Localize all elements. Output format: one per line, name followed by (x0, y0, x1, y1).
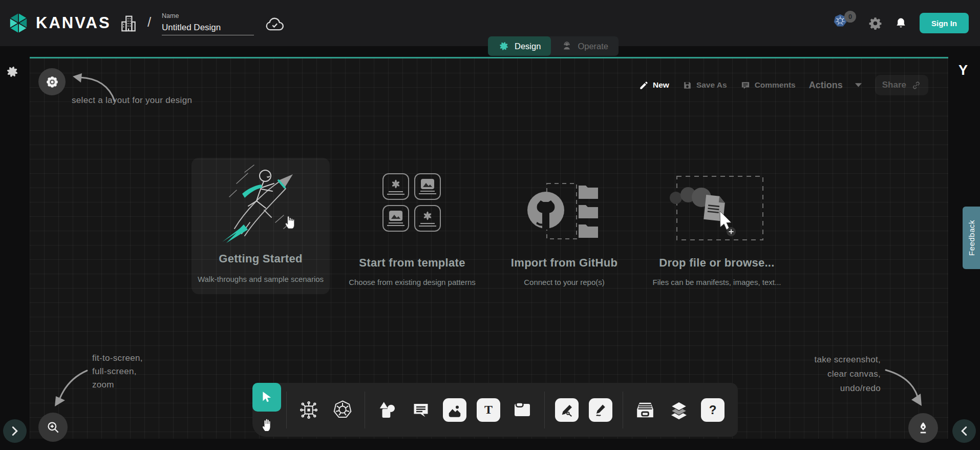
card-title: Start from template (343, 256, 481, 270)
card-subtitle: Connect to your repo(s) (495, 278, 633, 287)
actions-label: Actions (809, 80, 843, 91)
canvas-toolbar: T ? (252, 383, 738, 437)
hint-line: take screenshot, (773, 353, 881, 367)
comment-tool-button[interactable] (409, 398, 433, 422)
sign-in-button[interactable]: Sign In (920, 13, 969, 33)
select-arrow-icon (260, 391, 273, 404)
operate-headset-icon (561, 40, 572, 52)
y-shortcut-icon[interactable]: Y (958, 63, 968, 78)
pen-tool-button[interactable] (555, 398, 579, 422)
template-tile-spiral (414, 205, 441, 232)
expand-right-panel-button[interactable] (952, 419, 976, 443)
text-tool-glyph: T (484, 403, 493, 417)
notifications-bell-icon[interactable] (894, 16, 907, 30)
select-tool-group (252, 383, 281, 437)
magnifier-plus-icon (46, 420, 60, 434)
breadcrumb-separator: / (147, 14, 151, 30)
pan-tool-button[interactable] (252, 412, 281, 437)
card-subtitle: Choose from existing design patterns (343, 278, 481, 287)
design-name-label: Name (162, 12, 254, 19)
help-button[interactable]: ? (701, 398, 725, 422)
kanvas-hexagon-icon (7, 12, 30, 34)
template-tile-image (382, 205, 409, 232)
chevron-right-icon (11, 426, 18, 436)
comments-label: Comments (755, 80, 796, 90)
save-as-label: Save As (696, 80, 727, 90)
template-tile-image (414, 173, 441, 200)
cloud-sync-status-icon (265, 16, 285, 32)
share-label: Share (882, 80, 906, 90)
brand-logo: KANVAS (7, 12, 111, 34)
save-as-button[interactable]: Save As (683, 80, 727, 90)
layers-button[interactable] (667, 398, 691, 422)
comment-icon (740, 80, 751, 90)
share-button[interactable]: Share (875, 75, 928, 95)
feedback-button[interactable]: Feedback (963, 207, 980, 269)
new-label: New (653, 80, 669, 90)
drop-file-card[interactable]: Drop file or browse... Files can be mani… (648, 256, 786, 287)
design-name-input[interactable] (162, 22, 254, 35)
hint-line: fit-to-screen, (92, 352, 143, 365)
caret-down-icon (855, 83, 862, 87)
link-icon (911, 80, 921, 90)
hand-pan-icon (260, 417, 273, 432)
template-tile-spiral (382, 173, 409, 200)
hint-line: undo/redo (773, 381, 881, 396)
tab-operate-label: Operate (578, 42, 608, 51)
pencil-tool-button[interactable] (589, 398, 612, 422)
bottom-left-hint: fit-to-screen, full-screen, zoom (92, 352, 143, 392)
card-subtitle: Files can be manifests, images, text... (648, 278, 786, 287)
pen-nib-icon (916, 421, 930, 435)
chevron-left-icon (961, 426, 968, 436)
layout-hint-text: select a layout for your design (72, 95, 192, 106)
design-name-group: Name (162, 12, 254, 35)
help-glyph: ? (709, 403, 717, 417)
layout-flower-icon (46, 75, 59, 89)
kubernetes-tool-button[interactable] (331, 398, 354, 422)
select-tool-button[interactable] (252, 383, 281, 412)
start-from-template-card[interactable]: Start from template Choose from existing… (343, 256, 481, 287)
pencil-icon (639, 80, 649, 90)
kubernetes-count-badge: 0 (844, 11, 856, 23)
layout-picker-button[interactable] (38, 68, 66, 95)
tab-operate[interactable]: Operate (551, 36, 619, 56)
comments-button[interactable]: Comments (740, 80, 796, 90)
import-drawer-button[interactable] (633, 398, 657, 422)
mode-tabs: Design Operate (488, 36, 619, 56)
image-tool-button[interactable] (443, 398, 466, 422)
save-icon (683, 80, 692, 90)
header-right-controls: 0 Sign In (833, 0, 969, 46)
organization-icon[interactable] (119, 13, 138, 34)
settings-gear-icon[interactable] (868, 16, 882, 30)
card-title: Drop file or browse... (648, 256, 786, 270)
getting-started-text: Getting Started Walk-throughs and sample… (191, 252, 330, 283)
toolbar-divider (286, 392, 287, 428)
hint-line: clear canvas, (773, 367, 881, 381)
canvas-action-row: New Save As Comments Actions Share (639, 75, 928, 95)
kubernetes-context-button[interactable]: 0 (833, 13, 856, 33)
hint-line: zoom (92, 378, 143, 392)
app-header: KANVAS / Name (0, 0, 980, 46)
bottom-right-hint: take screenshot, clear canvas, undo/redo (773, 353, 881, 396)
template-tiles[interactable] (382, 173, 441, 232)
actions-menu-button[interactable]: Actions (809, 80, 862, 91)
tab-design-label: Design (515, 42, 541, 51)
screenshot-pen-button[interactable] (908, 413, 938, 443)
meshery-spiral-icon[interactable] (5, 65, 19, 79)
zoom-controls-button[interactable] (38, 413, 68, 442)
import-from-github-card[interactable]: Import from GitHub Connect to your repo(… (495, 256, 633, 287)
text-tool-button[interactable]: T (477, 398, 500, 422)
new-button[interactable]: New (639, 80, 669, 90)
note-tool-button[interactable] (510, 398, 534, 422)
brand-name: KANVAS (36, 14, 111, 32)
tab-design[interactable]: Design (488, 36, 551, 56)
toolbar-divider (623, 392, 623, 428)
expand-left-panel-button[interactable] (3, 419, 27, 443)
component-tool-button[interactable] (297, 398, 321, 422)
shapes-tool-button[interactable] (375, 398, 399, 422)
card-title: Import from GitHub (495, 256, 633, 270)
hint-line: full-screen, (92, 365, 143, 378)
design-spiral-icon (498, 40, 509, 52)
toolbar-divider (544, 392, 545, 428)
toolbar-divider (365, 392, 365, 428)
